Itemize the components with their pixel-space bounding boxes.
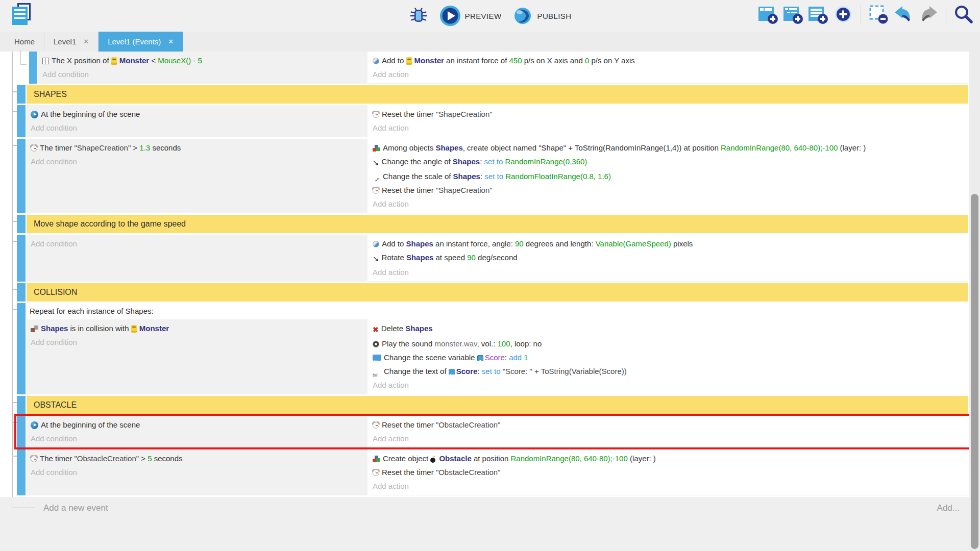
add-comment-icon[interactable]	[808, 4, 828, 24]
event-row: At the beginning of the sceneAdd conditi…	[0, 416, 980, 448]
search-icon[interactable]	[953, 4, 974, 24]
action-line[interactable]: Reset the timer "ShapeCreation"	[373, 183, 964, 197]
add-condition[interactable]: Add condition	[31, 155, 363, 168]
conditions-cell[interactable]: At the beginning of the sceneAdd conditi…	[27, 416, 368, 448]
action-line[interactable]: Change the angle of Shapes: set to Rando…	[373, 155, 964, 169]
event-group-header[interactable]: OBSTACLE	[27, 396, 968, 414]
actions-cell[interactable]: Add to Monster an instant force of 450 p…	[369, 52, 968, 84]
tab-level1[interactable]: Level1✕	[44, 32, 99, 52]
action-line[interactable]: Reset the timer "ShapeCreation"	[373, 107, 964, 121]
text-segment: Score	[456, 367, 478, 375]
action-line[interactable]: Play the sound monster.wav, vol.: 100, l…	[373, 337, 964, 350]
add-action[interactable]: Add action	[373, 197, 964, 211]
add-subevent-icon[interactable]	[783, 4, 803, 24]
add-action[interactable]: Add action	[373, 265, 964, 279]
actions-cell[interactable]: Reset the timer "ShapeCreation"Add actio…	[369, 105, 968, 137]
add-circle-icon[interactable]	[833, 4, 853, 24]
add-action[interactable]: Add action	[373, 121, 964, 135]
add-condition[interactable]: Add condition	[31, 237, 363, 251]
vertical-scrollbar[interactable]	[969, 52, 980, 551]
text-segment: Monster	[119, 56, 149, 65]
action-line[interactable]: Change the scene variable Score: add 1	[373, 350, 964, 364]
text-segment: seconds	[150, 143, 181, 152]
actions-cell[interactable]: Delete ShapesPlay the sound monster.wav,…	[369, 319, 968, 394]
add-condition[interactable]: Add condition	[31, 335, 363, 349]
scrollbar-thumb[interactable]	[971, 194, 978, 549]
event-columns: Shapes is in collision with MonsterAdd c…	[27, 319, 968, 394]
event-group-header[interactable]: SHAPES	[27, 85, 968, 104]
event-selection-strip[interactable]	[17, 235, 26, 282]
varbadge-icon	[477, 355, 483, 361]
event-gutter	[0, 139, 27, 213]
action-line[interactable]: Change the text of Score: set to "Score:…	[373, 364, 964, 378]
actions-cell[interactable]: Add to Shapes an instant force, angle: 9…	[369, 235, 968, 282]
add-action[interactable]: Add action	[373, 67, 964, 81]
text-segment: an instant force of	[444, 56, 509, 65]
tab-close-icon[interactable]: ✕	[83, 38, 89, 45]
action-line[interactable]: Create object Obstacle at position Rando…	[373, 452, 964, 465]
condition-line[interactable]: The X position of Monster < MouseX() - 5	[42, 54, 363, 67]
repeat-header[interactable]: Repeat for each instance of Shapes:	[27, 303, 968, 319]
text-segment: 90	[467, 253, 476, 262]
add-action[interactable]: Add action	[373, 432, 964, 445]
debug-icon[interactable]	[409, 6, 428, 26]
text-segment: "ObstacleCreation"	[436, 468, 501, 477]
actions-cell[interactable]: Create object Obstacle at position Rando…	[369, 449, 968, 495]
conditions-cell[interactable]: The X position of Monster < MouseX() - 5…	[38, 52, 368, 84]
add-action[interactable]: Add action	[373, 378, 964, 392]
action-line[interactable]: Delete Shapes	[373, 321, 964, 337]
begin-icon	[31, 421, 38, 429]
event-selection-strip[interactable]	[17, 396, 26, 414]
event-selection-strip[interactable]	[17, 283, 26, 302]
event-selection-strip[interactable]	[17, 85, 26, 104]
action-line[interactable]: Reset the timer "ObstacleCreation"	[373, 418, 964, 432]
add-new-event-button[interactable]: Add a new event	[43, 503, 108, 513]
action-line[interactable]: Among objects Shapes, create object name…	[373, 141, 964, 155]
condition-line[interactable]: Shapes is in collision with Monster	[31, 321, 363, 335]
condition-line[interactable]: The timer "ObstacleCreation" > 5 seconds	[31, 452, 363, 465]
tab-home[interactable]: Home	[5, 32, 44, 52]
preview-button[interactable]: PREVIEW	[439, 5, 502, 27]
actions-cell[interactable]: Reset the timer "ObstacleCreation"Add ac…	[369, 416, 968, 448]
timer-icon	[373, 111, 379, 118]
conditions-cell[interactable]: Shapes is in collision with MonsterAdd c…	[27, 319, 368, 394]
tab-close-icon[interactable]: ✕	[168, 38, 174, 45]
conditions-cell[interactable]: At the beginning of the sceneAdd conditi…	[27, 105, 368, 137]
action-line[interactable]: Reset the timer "ObstacleCreation"	[373, 465, 964, 479]
text-segment: 0	[585, 56, 589, 65]
add-button[interactable]: Add...	[937, 503, 960, 513]
event-group-header[interactable]: Move shape according to the game speed	[27, 215, 968, 233]
redo-icon[interactable]	[918, 4, 939, 24]
event-selection-strip[interactable]	[17, 139, 26, 213]
conditions-cell[interactable]: Add condition	[27, 235, 368, 282]
deselect-icon[interactable]	[868, 4, 889, 24]
angle-icon	[373, 156, 379, 169]
event-selection-strip[interactable]	[29, 52, 37, 84]
action-line[interactable]: Add to Monster an instant force of 450 p…	[373, 54, 964, 67]
add-action[interactable]: Add action	[373, 479, 964, 493]
action-line[interactable]: Rotate Shapes at speed 90 deg/second	[373, 251, 964, 265]
event-selection-strip[interactable]	[17, 215, 26, 233]
action-line[interactable]: Change the scale of Shapes: set to Rando…	[373, 169, 964, 183]
event-group-header[interactable]: COLLISION	[27, 283, 968, 302]
event-selection-strip[interactable]	[17, 303, 26, 394]
tab-level1-events-[interactable]: Level1 (Events)✕	[99, 32, 183, 52]
add-condition[interactable]: Add condition	[31, 432, 363, 445]
undo-icon[interactable]	[893, 4, 914, 24]
text-segment: >	[131, 143, 139, 152]
condition-line[interactable]: At the beginning of the scene	[31, 107, 363, 121]
publish-button[interactable]: PUBLISH	[512, 6, 571, 26]
action-line[interactable]: Add to Shapes an instant force, angle: 9…	[373, 237, 964, 251]
conditions-cell[interactable]: The timer "ObstacleCreation" > 5 seconds…	[27, 449, 368, 495]
actions-cell[interactable]: Among objects Shapes, create object name…	[369, 139, 968, 213]
event-selection-strip[interactable]	[17, 105, 26, 137]
event-selection-strip[interactable]	[17, 416, 26, 448]
add-condition[interactable]: Add condition	[42, 67, 363, 81]
text-segment: The timer	[40, 143, 75, 152]
conditions-cell[interactable]: The timer "ShapeCreation" > 1.3 secondsA…	[27, 139, 368, 213]
condition-line[interactable]: At the beginning of the scene	[31, 418, 363, 432]
add-condition[interactable]: Add condition	[31, 465, 363, 479]
add-event-icon[interactable]	[758, 4, 778, 24]
condition-line[interactable]: The timer "ShapeCreation" > 1.3 seconds	[31, 141, 363, 155]
add-condition[interactable]: Add condition	[31, 121, 363, 135]
